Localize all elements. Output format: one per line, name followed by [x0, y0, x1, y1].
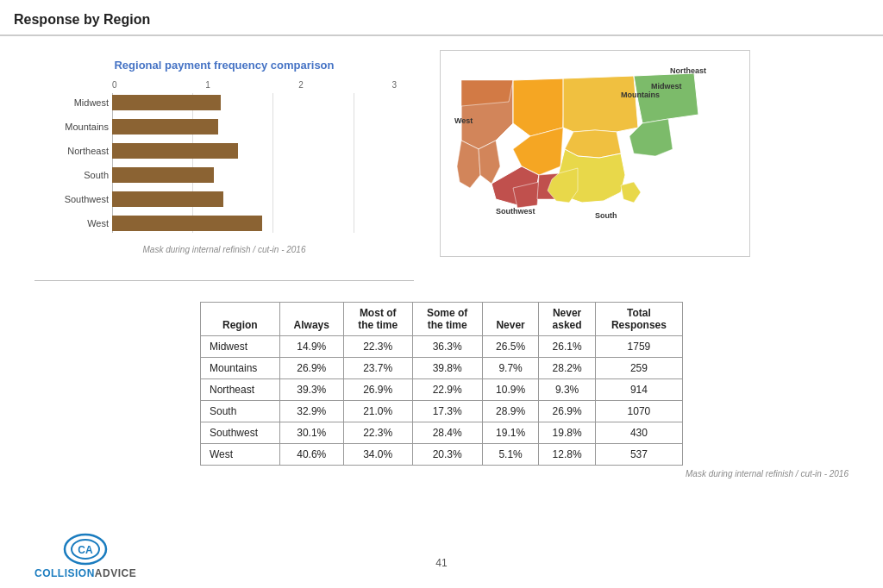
logo-advice: ADVICE — [95, 567, 136, 579]
col-never-asked: Neverasked — [539, 303, 595, 336]
cell-total: 1759 — [595, 336, 682, 358]
axis-labels: 0 1 2 3 — [112, 80, 405, 90]
top-section: Regional payment frequency comparison 0 … — [34, 50, 849, 281]
bar-northeast: Northeast — [112, 141, 354, 160]
map-mountains-region — [513, 78, 565, 136]
label-mountains: Mountains — [621, 91, 660, 99]
table-row: Northeast 39.3% 26.9% 22.9% 10.9% 9.3% 9… — [201, 379, 683, 401]
chart-inner: 0 1 2 3 Midwest — [43, 80, 405, 238]
page-number: 41 — [435, 557, 447, 569]
cell-some: 36.3% — [412, 336, 482, 358]
cell-always: 26.9% — [279, 358, 343, 379]
us-map-container: Mountains Midwest Northeast West Southwe… — [440, 50, 750, 257]
table-row: Southwest 30.1% 22.3% 28.4% 19.1% 19.8% … — [201, 422, 683, 444]
main-content: Regional payment frequency comparison 0 … — [0, 36, 883, 492]
cell-never-asked: 26.9% — [539, 401, 595, 422]
table-row: Mountains 26.9% 23.7% 39.8% 9.7% 28.2% 2… — [201, 358, 683, 379]
logo-collision: COLLISION — [34, 567, 95, 579]
col-never: Never — [482, 303, 538, 336]
bar-mountains: Mountains — [112, 117, 354, 136]
bar-track-west — [112, 216, 354, 231]
cell-never: 28.9% — [482, 401, 538, 422]
bar-track-northeast — [112, 143, 354, 159]
cell-region: West — [201, 444, 280, 466]
table-row: South 32.9% 21.0% 17.3% 28.9% 26.9% 1070 — [201, 401, 683, 422]
label-south: South — [595, 211, 617, 220]
chart-title: Regional payment frequency comparison — [43, 59, 405, 72]
cell-total: 1070 — [595, 401, 682, 422]
label-northeast: Northeast — [670, 66, 706, 75]
cell-total: 537 — [595, 444, 682, 466]
col-total: TotalResponses — [595, 303, 682, 336]
cell-some: 22.9% — [412, 379, 482, 401]
bar-label-west: West — [41, 218, 109, 228]
page-title: Response by Region — [14, 12, 150, 27]
cell-region: South — [201, 401, 280, 422]
bar-label-south: South — [41, 170, 109, 180]
table-row: Midwest 14.9% 22.3% 36.3% 26.5% 26.1% 17… — [201, 336, 683, 358]
map-oregon — [461, 80, 513, 106]
col-always: Always — [279, 303, 343, 336]
chart-axes: 0 1 2 3 Midwest — [112, 80, 405, 238]
logo-area: CA COLLISIONADVICE — [34, 533, 136, 579]
company-logo-icon: CA — [63, 533, 108, 566]
bar-label-southwest: Southwest — [41, 194, 109, 204]
table-note: Mask during internal refinish / cut-in -… — [34, 469, 849, 479]
cell-most: 21.0% — [343, 401, 412, 422]
col-most: Most ofthe time — [343, 303, 412, 336]
bar-southwest: Southwest — [112, 190, 354, 209]
cell-region: Midwest — [201, 336, 280, 358]
cell-total: 914 — [595, 379, 682, 401]
axis-0: 0 — [112, 80, 117, 90]
bar-chart-container: Regional payment frequency comparison 0 … — [34, 50, 414, 281]
col-some: Some ofthe time — [412, 303, 482, 336]
label-southwest: Southwest — [496, 207, 535, 216]
us-map-svg: Mountains Midwest Northeast West Southwe… — [444, 54, 750, 253]
cell-never-asked: 26.1% — [539, 336, 595, 358]
cell-some: 28.4% — [412, 422, 482, 444]
col-region: Region — [201, 303, 280, 336]
cell-never: 9.7% — [482, 358, 538, 379]
table-row: West 40.6% 34.0% 20.3% 5.1% 12.8% 537 — [201, 444, 683, 466]
cell-never: 5.1% — [482, 444, 538, 466]
cell-total: 259 — [595, 358, 682, 379]
cell-never: 26.5% — [482, 336, 538, 358]
cell-always: 32.9% — [279, 401, 343, 422]
cell-some: 39.8% — [412, 358, 482, 379]
cell-never-asked: 28.2% — [539, 358, 595, 379]
bar-track-mountains — [112, 119, 354, 134]
cell-most: 34.0% — [343, 444, 412, 466]
page-header: Response by Region — [0, 0, 883, 36]
axis-2: 2 — [298, 80, 304, 90]
bar-label-northeast: Northeast — [41, 146, 109, 156]
cell-never-asked: 9.3% — [539, 379, 595, 401]
svg-text:CA: CA — [78, 544, 93, 556]
cell-most: 22.3% — [343, 422, 412, 444]
cell-never-asked: 19.8% — [539, 422, 595, 444]
bar-midwest: Midwest — [112, 93, 354, 112]
cell-most: 23.7% — [343, 358, 412, 379]
data-table: Region Always Most ofthe time Some ofthe… — [200, 302, 683, 466]
cell-some: 20.3% — [412, 444, 482, 466]
cell-never: 10.9% — [482, 379, 538, 401]
axis-3: 3 — [391, 80, 397, 90]
cell-never: 19.1% — [482, 422, 538, 444]
bar-track-southwest — [112, 191, 354, 207]
bar-track-south — [112, 167, 354, 183]
bar-west: West — [112, 214, 354, 233]
cell-total: 430 — [595, 422, 682, 444]
map-florida — [621, 182, 641, 203]
cell-region: Southwest — [201, 422, 280, 444]
cell-never-asked: 12.8% — [539, 444, 595, 466]
cell-most: 22.3% — [343, 336, 412, 358]
table-section: Region Always Most ofthe time Some ofthe… — [34, 302, 849, 479]
label-midwest: Midwest — [651, 82, 682, 91]
cell-region: Northeast — [201, 379, 280, 401]
label-west: West — [454, 116, 473, 125]
bar-south: South — [112, 166, 354, 185]
cell-always: 39.3% — [279, 379, 343, 401]
table-header-row: Region Always Most ofthe time Some ofthe… — [201, 303, 683, 336]
cell-always: 14.9% — [279, 336, 343, 358]
bar-track-midwest — [112, 95, 354, 110]
bar-label-midwest: Midwest — [41, 97, 109, 108]
